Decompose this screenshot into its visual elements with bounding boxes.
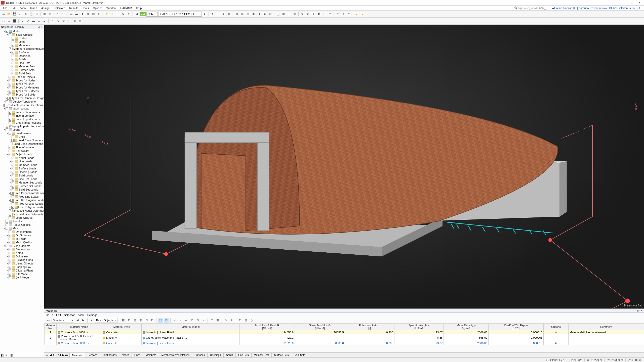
copy-icon[interactable]: ⎘ [34,12,39,17]
bp-menu-selection[interactable]: Selection [64,313,75,316]
tb14-icon[interactable]: ✓ [201,318,206,323]
col-header[interactable]: Poisson's Ratio ν[-] [345,324,394,330]
tree-item[interactable]: ▸Clipping Box [0,265,44,269]
tree-item[interactable]: Self-weight [0,149,44,153]
tb19-icon[interactable]: ⊡ [237,318,243,323]
check-icon[interactable]: ◯ [275,12,280,17]
nav-pin-icon[interactable]: ⊟ [37,25,40,28]
tree-item[interactable]: Local Imperfections [0,117,44,121]
col-header[interactable]: Specific Weight γ[kN/m³] [394,324,444,330]
save-icon[interactable]: 💾 [12,12,17,17]
view-shade-icon[interactable]: ▮ [80,12,85,17]
print-icon[interactable]: 🖶 [23,12,28,17]
tree-item[interactable]: ▸Visual Objects [0,262,44,265]
tree-item[interactable]: ▸Free Polygon Loads [0,205,44,209]
col-header[interactable]: Comment [569,324,644,330]
help2-icon[interactable]: ● [360,12,365,17]
tab-materials[interactable]: Materials [70,353,85,357]
tree-item[interactable]: Imposed Nodal Deformations [0,209,44,212]
panel-close-icon[interactable]: ✕ [640,309,642,312]
tree-item[interactable]: ▸Free Concentrated Loads [0,191,44,195]
menu-tools[interactable]: Tools [80,6,91,10]
misc1-icon[interactable]: ◧ [251,12,256,17]
maximize-button[interactable]: ▢ [628,1,635,5]
plus-icon[interactable]: ＋ [115,12,120,17]
menu-calculate[interactable]: Calculate [52,6,67,10]
tree-item[interactable]: Title Information [0,146,44,149]
materials-table[interactable]: Material No.Material NameMaterial TypeMa… [44,323,644,345]
view-x-icon[interactable]: ▯ [96,12,101,17]
basic-objects-combo[interactable]: Basic Objects [95,318,117,323]
tree-item[interactable]: ▾Basic Objects [0,33,44,36]
tree-item[interactable]: Member Sets [0,65,44,68]
r3-icon[interactable]: ⥯ [311,12,316,17]
calc-icon[interactable]: ⚡ [104,12,109,17]
nav-close-icon[interactable]: ✕ [41,25,43,28]
calc2-icon[interactable]: ≡ [110,12,115,17]
tab-line-sets[interactable]: Line Sets [236,353,252,357]
tree-item[interactable]: ▸Display Topology on [0,100,44,103]
tree-item[interactable]: Display Imperfections in Load Cases & ..… [0,124,44,128]
tab-openings[interactable]: Openings [208,353,224,357]
col-header[interactable]: Material Name [57,324,102,330]
menu-cad-bim[interactable]: CAD-BIM [118,6,134,10]
tree-item[interactable]: ▸Result Objects [0,223,44,227]
grid-icon[interactable]: ▦ [234,12,239,17]
structure-combo[interactable]: Structure [52,318,74,323]
table2-icon[interactable]: ▤ [48,12,53,17]
col-header[interactable]: Coeff. of Th. Exp. α[1/°C] [489,324,544,330]
tree-item[interactable]: ▸Special Objects [0,75,44,79]
page-next-icon[interactable]: ▶ [62,353,64,357]
tree-item[interactable]: In Solids [0,237,44,241]
nav-tab-data-icon[interactable]: ◧ [1,354,4,357]
tb9-icon[interactable]: ≡ [172,318,177,323]
tree-item[interactable]: Solids [0,58,44,61]
tree-item[interactable]: ▸Member Set Loads [0,181,44,184]
tree-item[interactable]: ▸Opening Loads [0,170,44,174]
tab-sections[interactable]: Sections [85,353,100,357]
tree-item[interactable]: ▸Building Grids [0,258,44,262]
tree-item[interactable]: Load Case Numbers [0,139,44,142]
tb7-icon[interactable]: ⬚ [158,318,163,323]
misc4-icon[interactable]: ▥ [268,12,273,17]
tab-members[interactable]: Members [143,353,159,357]
tab-solids[interactable]: Solids [224,353,236,357]
ed3-icon[interactable]: ⟳ [61,19,66,24]
tree-item[interactable]: ▸Free Rectangular Loads [0,198,44,202]
tree-item[interactable]: ▸Free Line Loads [0,195,44,198]
tree-item[interactable]: Title Information [0,114,44,117]
tree-item[interactable]: ▸Types for Surfaces [0,89,44,93]
tb17-icon[interactable]: fx [223,318,228,323]
tb12-icon[interactable]: ⊕ [189,318,194,323]
fe2-icon[interactable]: ▨ [292,12,297,17]
tree-item[interactable]: ▸Solid Loads [0,174,44,177]
tb4-icon[interactable]: ▥ [138,318,143,323]
view-tex-icon[interactable]: ▦ [85,12,90,17]
menu-help[interactable]: Help [134,6,144,10]
r6-icon[interactable]: ✂ [328,12,333,17]
pt-icon[interactable]: • [20,19,25,24]
tree-item[interactable]: ▸Surface Set Loads [0,184,44,188]
tree-item[interactable]: Members [0,43,44,47]
mesh-icon[interactable]: ▦ [281,12,286,17]
tree-item[interactable]: ▸Solid Set Loads [0,188,44,191]
tree-item[interactable]: ▸Types for Members [0,86,44,89]
tree-item[interactable]: ▸DXF Model [0,276,44,279]
tb18-icon[interactable]: Σ [229,318,234,323]
menu-file[interactable]: File [1,6,10,10]
tree-item[interactable]: Load Case Descriptions [0,142,44,146]
tb20-icon[interactable]: ▤ [243,318,248,323]
menu-assign[interactable]: Assign [39,6,52,10]
col-header[interactable]: Options [543,324,568,330]
tree-item[interactable]: ▸Member Loads [0,163,44,167]
snap3-icon[interactable]: ⊕ [221,12,226,17]
struct-icon[interactable]: ▭ [46,318,51,323]
calc3-icon[interactable]: ⚙ [121,12,126,17]
panel-max-icon[interactable]: ⊟ [636,309,639,312]
member-icon[interactable]: ▬ [31,19,36,24]
r2-icon[interactable]: ⇵ [305,12,310,17]
redo-icon[interactable]: ↷ [61,12,66,17]
tree-item[interactable]: ▸Guidelines [0,255,44,258]
tree-item[interactable]: ▸Types for Concrete Design [0,96,44,100]
axis-icon[interactable]: ⊞ [240,12,245,17]
